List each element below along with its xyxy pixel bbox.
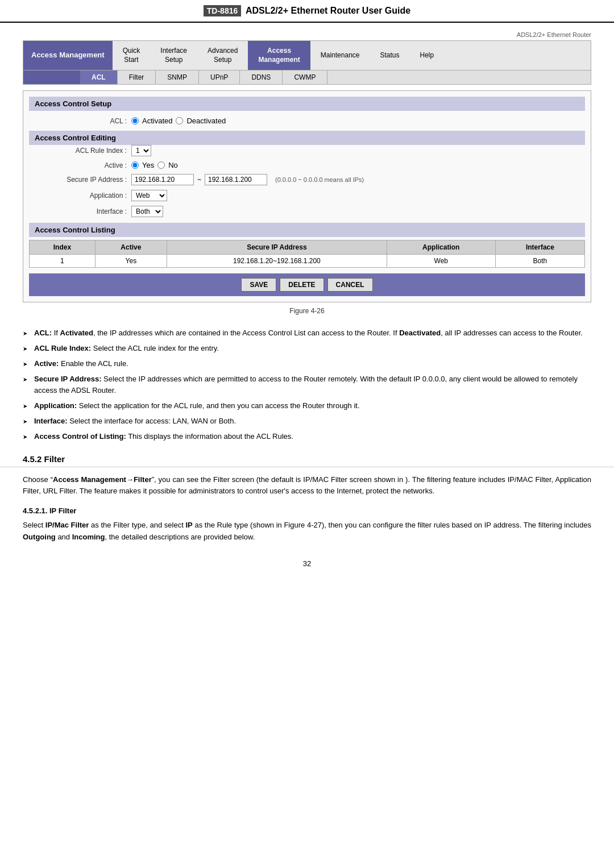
nav-help[interactable]: Help [410,45,445,66]
bullet-acl-rule-index: ACL Rule Index: Select the ACL rule inde… [23,343,591,355]
sub-nav-spacer [23,70,80,84]
application-select[interactable]: Web Telnet SNMP FTP All [131,190,167,201]
col-index: Index [30,240,96,255]
acl-activated-label: Activated [142,117,172,125]
col-interface: Interface [495,240,584,255]
table-row: 1 Yes 192.168.1.20~192.168.1.200 Web Bot… [30,255,585,268]
acl-listing-title: Access Control Listing [29,223,585,237]
content-area: Access Control Setup ACL : Activated Dea… [23,90,591,302]
bullet-secure-ip: Secure IP Address: Select the IP address… [23,373,591,397]
ip-separator: ~ [197,176,201,184]
bullet-acl-listing: Access Control of Listing: This displays… [23,431,591,443]
active-row: Active : Yes No [29,161,585,169]
nav-quick-start[interactable]: QuickStart [113,41,151,70]
row-active: Yes [95,255,167,268]
nav-maintenance[interactable]: Maintenance [310,45,370,66]
secure-ip-control: ~ (0.0.0.0 ~ 0.0.0.0 means all IPs) [131,174,364,185]
sub-tab-ddns[interactable]: DDNS [240,70,283,84]
button-row: SAVE DELETE CANCEL [29,273,585,296]
col-active: Active [95,240,167,255]
section-452-text: Choose “Access Management→Filter”, you c… [0,472,614,502]
interface-row: Interface : Both LAN WAN [29,206,585,217]
bullet-acl: ACL: If Activated, the IP addresses whic… [23,327,591,339]
bullet-application: Application: Select the application for … [23,400,591,412]
ip-hint: (0.0.0.0 ~ 0.0.0.0 means all IPs) [275,176,364,183]
bullet-active: Active: Enable the ACL rule. [23,358,591,370]
nav-status[interactable]: Status [370,45,409,66]
figure-caption: Figure 4-26 [23,307,591,315]
row-index: 1 [30,255,96,268]
acl-table: Index Active Secure IP Address Applicati… [29,240,585,268]
acl-editing-title: Access Control Editing [29,131,585,145]
interface-select[interactable]: Both LAN WAN [131,206,163,217]
model-label: TD-8816 [204,5,241,16]
sub-tab-acl[interactable]: ACL [80,70,118,84]
sub-tab-snmp[interactable]: SNMP [156,70,199,84]
acl-deactivated-label: Deactivated [186,117,226,125]
active-no-label: No [168,161,178,169]
nav-items: QuickStart InterfaceSetup AdvancedSetup … [113,41,591,70]
interface-control: Both LAN WAN [131,206,163,217]
acl-label: ACL : [40,117,131,125]
acl-deactivated-radio[interactable] [176,117,183,124]
subtitle: ADSL2/2+ Ethernet Router [23,31,591,38]
interface-label: Interface : [40,207,131,215]
secure-ip-from[interactable] [131,174,194,185]
application-row: Application : Web Telnet SNMP FTP All [29,190,585,201]
rule-index-select[interactable]: 1 2 3 [131,145,151,156]
rule-index-control: 1 2 3 [131,145,151,156]
section-4521-heading: 4.5.2.1. IP Filter [0,502,614,517]
acl-activated-radio[interactable] [131,117,139,124]
section-452-heading: 4.5.2 Filter [0,448,614,467]
acl-status-row: ACL : Activated Deactivated [29,117,585,125]
active-radio-group: Yes No [131,161,178,169]
nav-brand: Access Management [23,41,113,70]
nav-access-management[interactable]: AccessManagement [248,41,310,70]
active-no-radio[interactable] [157,161,165,169]
rule-index-row: ACL Rule Index : 1 2 3 [29,145,585,156]
page-title: ADSL2/2+ Ethernet Router User Guide [246,6,410,15]
row-interface: Both [495,255,584,268]
nav-advanced-setup[interactable]: AdvancedSetup [197,41,248,70]
cancel-button[interactable]: CANCEL [327,278,373,292]
page-header: TD-8816 ADSL2/2+ Ethernet Router User Gu… [0,0,614,23]
save-button[interactable]: SAVE [241,278,276,292]
row-secure-ip: 192.168.1.20~192.168.1.200 [167,255,387,268]
secure-ip-row: Secure IP Address : ~ (0.0.0.0 ~ 0.0.0.0… [29,174,585,185]
section-4521-text: Select IP/Mac Filter as the Filter type,… [0,517,614,548]
bullet-list: ACL: If Activated, the IP addresses whic… [0,327,614,442]
rule-index-label: ACL Rule Index : [40,147,131,155]
active-yes-radio[interactable] [131,161,139,169]
sub-tab-upnp[interactable]: UPnP [199,70,240,84]
acl-radio-group: Activated Deactivated [131,117,226,125]
delete-button[interactable]: DELETE [280,278,323,292]
secure-ip-to[interactable] [205,174,267,185]
nav-interface-setup[interactable]: InterfaceSetup [150,41,197,70]
top-nav: Access Management QuickStart InterfaceSe… [23,40,591,70]
sub-tab-filter[interactable]: Filter [118,70,156,84]
application-label: Application : [40,192,131,200]
acl-setup-title: Access Control Setup [29,97,585,111]
sub-tab-cwmp[interactable]: CWMP [283,70,327,84]
active-yes-label: Yes [142,161,154,169]
application-control: Web Telnet SNMP FTP All [131,190,167,201]
row-application: Web [387,255,495,268]
secure-ip-label: Secure IP Address : [40,176,131,184]
active-label: Active : [40,161,131,169]
bullet-interface: Interface: Select the interface for acce… [23,416,591,427]
page-number: 32 [0,548,614,579]
sub-nav: ACL Filter SNMP UPnP DDNS CWMP [23,70,591,85]
col-application: Application [387,240,495,255]
col-secure-ip: Secure IP Address [167,240,387,255]
